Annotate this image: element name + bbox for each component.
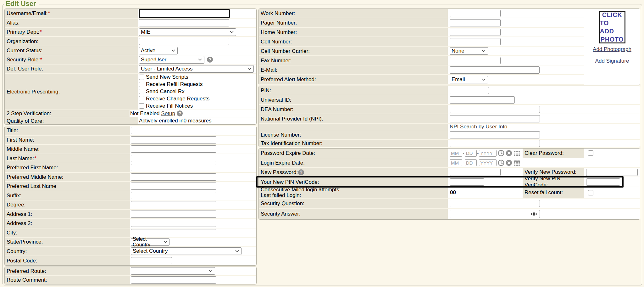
- calendar-icon[interactable]: [514, 160, 520, 166]
- organization-label: Organization:: [5, 37, 138, 46]
- pin-vericode-row: Your New PIN VeriCode: Verify New PIN Ve…: [259, 177, 640, 187]
- state-province-select[interactable]: Select Country: [131, 238, 169, 246]
- add-signature-link[interactable]: Add Signature: [595, 58, 629, 64]
- security-role-select[interactable]: SuperUser: [139, 56, 204, 64]
- pager-number-input[interactable]: [450, 19, 501, 26]
- new-password-input[interactable]: [450, 169, 501, 176]
- username-input[interactable]: [139, 9, 230, 18]
- help-icon[interactable]: ?: [207, 57, 213, 63]
- preferred-last-name-input[interactable]: [131, 183, 216, 190]
- chevron-down-icon: [235, 250, 239, 252]
- add-photograph-link[interactable]: Add Photograph: [593, 46, 631, 53]
- route-section: Preferred Route: Route Comment:: [4, 267, 257, 284]
- preferred-last-name-label: Preferred Last Name: [5, 182, 130, 191]
- clear-date-icon[interactable]: [506, 150, 512, 156]
- middle-name-row: Middle Name:: [5, 145, 256, 154]
- title-input[interactable]: [131, 127, 216, 134]
- universal-id-input[interactable]: [450, 96, 515, 104]
- state-province-label: State/Province:: [5, 238, 130, 246]
- npi-search-link[interactable]: NPI Search by User Info: [450, 124, 507, 130]
- state-province-row: State/Province: Select Country: [5, 238, 256, 247]
- city-label: City:: [5, 228, 130, 237]
- work-number-input[interactable]: [450, 10, 501, 17]
- current-status-select[interactable]: Active: [139, 47, 178, 54]
- help-icon[interactable]: ?: [298, 169, 304, 175]
- country-value: Select Country: [133, 248, 168, 254]
- email-input[interactable]: [450, 66, 540, 74]
- cell-number-input[interactable]: [450, 38, 501, 45]
- preferred-first-name-input[interactable]: [131, 164, 216, 171]
- setup-link[interactable]: Setup: [161, 110, 175, 117]
- password-expire-mm-input[interactable]: [450, 150, 462, 157]
- pin-input[interactable]: [450, 87, 489, 94]
- preferred-first-name-label: Preferred First Name:: [5, 163, 130, 172]
- home-number-input[interactable]: [450, 29, 501, 36]
- login-expire-mm-input[interactable]: [450, 159, 462, 166]
- cell-carrier-select[interactable]: None: [450, 47, 488, 55]
- clear-password-checkbox[interactable]: [588, 150, 593, 156]
- npi-search-row: NPI Search by User Info: [259, 124, 640, 130]
- address1-label: Address 1:: [5, 210, 130, 219]
- receive-fill-notices-checkbox[interactable]: [139, 103, 144, 109]
- security-question-input[interactable]: [450, 200, 540, 207]
- preferred-alert-value: Email: [452, 76, 465, 83]
- security-answer-row: Security Answer:: [259, 209, 640, 219]
- login-expire-yyyy-input[interactable]: [479, 159, 497, 166]
- first-name-input[interactable]: [131, 136, 216, 144]
- reset-fail-count-checkbox[interactable]: [588, 190, 593, 195]
- verify-pin-vericode-input[interactable]: [586, 178, 620, 186]
- add-photo-box[interactable]: CLICK TO ADD PHOTO: [599, 11, 625, 43]
- send-new-scripts-checkbox[interactable]: [139, 75, 144, 80]
- pin-vericode-input[interactable]: [450, 178, 484, 186]
- route-comment-input[interactable]: [131, 276, 216, 284]
- npi-label: National Provider Id (NPI):: [259, 114, 448, 123]
- help-icon[interactable]: ?: [177, 110, 183, 116]
- password-expire-yyyy-input[interactable]: [479, 150, 497, 157]
- first-name-row: First Name:: [5, 136, 256, 145]
- def-user-role-select[interactable]: User - Limited Access: [139, 65, 254, 73]
- clock-icon[interactable]: [498, 150, 504, 156]
- clear-date-icon[interactable]: [506, 160, 512, 166]
- address2-input[interactable]: [131, 220, 216, 227]
- tax-id-input[interactable]: [450, 140, 540, 147]
- middle-name-input[interactable]: [131, 145, 216, 153]
- license-number-input[interactable]: [450, 131, 540, 138]
- postal-code-input[interactable]: [131, 257, 172, 264]
- dea-number-input[interactable]: [450, 106, 540, 113]
- address1-input[interactable]: [131, 211, 216, 218]
- tax-id-row: Tax Identification Number:: [259, 140, 640, 147]
- preferred-middle-name-input[interactable]: [131, 173, 216, 181]
- password-expire-dd-input[interactable]: [465, 150, 477, 157]
- receive-change-requests-checkbox[interactable]: [139, 96, 144, 101]
- preferred-route-select[interactable]: [131, 267, 215, 275]
- eye-icon[interactable]: [531, 212, 537, 216]
- npi-input[interactable]: [450, 115, 540, 122]
- clock-icon[interactable]: [498, 160, 504, 166]
- license-number-row: License Number:: [259, 130, 640, 140]
- suffix-row: Suffix:: [5, 191, 256, 201]
- calendar-icon[interactable]: [514, 150, 520, 156]
- route-comment-label: Route Comment:: [5, 276, 130, 284]
- login-expire-dd-input[interactable]: [465, 159, 477, 166]
- degree-input[interactable]: [131, 201, 216, 208]
- required-asterisk: *: [40, 29, 42, 35]
- verify-new-password-input[interactable]: [586, 169, 638, 176]
- chevron-down-icon: [198, 59, 202, 61]
- organization-input[interactable]: [139, 38, 229, 45]
- quality-of-care-link[interactable]: Quality of Care: [7, 118, 42, 124]
- clear-password-label: Clear Password:: [523, 149, 584, 158]
- city-input[interactable]: [131, 229, 216, 236]
- receive-refill-requests-checkbox[interactable]: [139, 82, 144, 87]
- security-answer-input[interactable]: [450, 210, 540, 218]
- primary-dept-row: Primary Dept:* MIE: [5, 28, 256, 37]
- alias-input[interactable]: [139, 19, 229, 26]
- last-name-input[interactable]: [131, 155, 216, 162]
- cell-number-row: Cell Number:: [259, 37, 640, 47]
- chevron-down-icon: [209, 270, 213, 272]
- country-select[interactable]: Select Country: [131, 247, 242, 255]
- fax-number-input[interactable]: [450, 57, 501, 64]
- suffix-input[interactable]: [131, 192, 216, 199]
- send-cancel-rx-checkbox[interactable]: [139, 89, 144, 94]
- primary-dept-select[interactable]: MIE: [139, 28, 236, 36]
- preferred-alert-select[interactable]: Email: [450, 76, 488, 83]
